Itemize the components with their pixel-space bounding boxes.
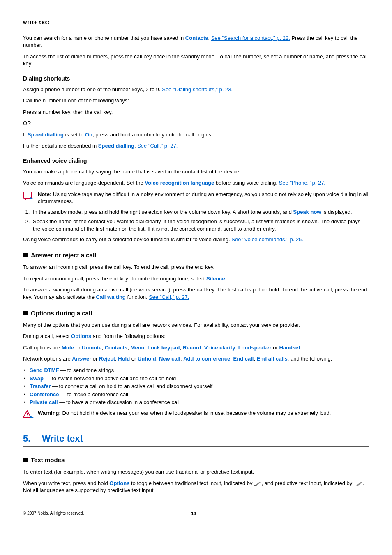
warning-block: Warning: Do not hold the device near you… xyxy=(23,409,369,421)
opt-send-dtmf: Send DTMF xyxy=(30,367,59,373)
opt-mute: Mute xyxy=(62,345,74,351)
list-item: Private call — to have a private discuss… xyxy=(23,399,369,406)
opt-conference: Conference xyxy=(30,391,59,398)
ui-term-speak-now: Speak now xyxy=(293,209,321,215)
warning-label: Warning: xyxy=(38,410,62,416)
opt-hold: Hold xyxy=(118,356,130,362)
svg-rect-0 xyxy=(23,192,32,198)
text: , press and hold a number key until the … xyxy=(92,132,213,138)
text: In the standby mode, press and hold the … xyxy=(33,209,293,215)
link-phone-27[interactable]: See "Phone," p. 27. xyxy=(279,180,325,186)
heading-answer-reject: Answer or reject a call xyxy=(23,251,369,259)
ui-term-options: Options xyxy=(71,333,91,339)
opt-endcall: End call xyxy=(233,356,254,362)
text: Network options are xyxy=(23,356,72,362)
text: , and predictive text input, indicated b… xyxy=(261,480,354,486)
text: When you write text, press and hold xyxy=(23,480,109,486)
opt-loud: Loudspeaker xyxy=(238,345,272,351)
p-call-options: Call options are Mute or Unmute, Contact… xyxy=(23,344,369,352)
link-call-27[interactable]: See "Call," p. 27. xyxy=(137,143,178,149)
chapter-number: 5. xyxy=(23,432,42,445)
opt-swap: Swap xyxy=(30,375,44,382)
text: is set to xyxy=(64,132,85,138)
svg-marker-9 xyxy=(356,482,362,486)
text: or xyxy=(74,345,82,351)
voice-steps-list: In the standby mode, press and hold the … xyxy=(23,208,369,233)
opt-handset: Handset xyxy=(279,345,300,351)
link-voice-commands[interactable]: See "Voice commands," p. 25. xyxy=(231,236,303,243)
text: — to connect a call on hold to an active… xyxy=(51,383,212,389)
link-call-27-b[interactable]: See "Call," p. 27. xyxy=(149,294,189,300)
text: or xyxy=(91,356,99,362)
text: before using voice dialing. xyxy=(214,180,279,186)
heading-text: Answer or reject a call xyxy=(31,252,96,259)
p-select-options: During a call, select Options and from t… xyxy=(23,333,369,340)
page-number: 13 xyxy=(191,511,196,517)
p-enter-text: To enter text (for example, when writing… xyxy=(23,468,369,476)
footer-spacer xyxy=(303,511,369,517)
p-voice-commands: Using voice commands to carry out a sele… xyxy=(23,236,369,243)
chapter-heading: 5. Write text xyxy=(23,432,369,445)
heading-options-call: Options during a call xyxy=(23,309,369,317)
list-item: Transfer — to connect a call on hold to … xyxy=(23,383,369,390)
opt-record: Record xyxy=(183,345,201,351)
pencil-line-icon xyxy=(354,481,363,486)
text: Voice commands are language-dependent. S… xyxy=(23,180,145,186)
text: . xyxy=(225,275,227,282)
square-bullet-icon xyxy=(23,311,28,315)
text: During a call, select xyxy=(23,333,71,339)
heading-enhanced-voice: Enhanced voice dialing xyxy=(23,157,369,165)
note-body: Using voice tags may be difficult in a n… xyxy=(38,191,369,205)
text: — to make a conference call xyxy=(59,391,128,398)
text: To reject an incoming call, press the en… xyxy=(23,275,206,282)
ui-term-speed-dialling-2: Speed dialling xyxy=(98,143,134,149)
opt-reject: Reject xyxy=(99,356,115,362)
p-options-note: Many of the options that you can use dur… xyxy=(23,321,369,329)
text: function. xyxy=(126,294,149,300)
p-further-details: Further details are described in Speed d… xyxy=(23,142,369,150)
text: — to switch between the active call and … xyxy=(44,375,176,382)
text: You can search for a name or phone numbe… xyxy=(23,35,185,41)
text: or xyxy=(130,356,138,362)
link-search-contact[interactable]: See "Search for a contact," p. 22. xyxy=(211,35,290,41)
ui-term-speed-dialling: Speed dialling xyxy=(28,132,64,138)
opt-unmute: Unmute xyxy=(82,345,101,351)
opt-lock: Lock keypad xyxy=(148,345,180,351)
running-header: Write text xyxy=(23,20,369,25)
note-text: Note: Using voice tags may be difficult … xyxy=(38,191,369,205)
list-item: Swap — to switch between the active call… xyxy=(23,375,369,382)
warning-text: Warning: Do not hold the device near you… xyxy=(38,409,369,417)
opt-contacts: Contacts xyxy=(105,345,128,351)
text: or xyxy=(272,345,279,351)
p-call-ways: Call the number in one of the following … xyxy=(23,97,369,104)
text: Call options are xyxy=(23,345,62,351)
p-assign-number: Assign a phone number to one of the numb… xyxy=(23,86,369,93)
list-item: Conference — to make a conference call xyxy=(23,391,369,398)
p-speed-dialling: If Speed dialling is set to On, press an… xyxy=(23,131,369,139)
text: . xyxy=(208,35,211,41)
ui-term-on: On xyxy=(85,132,92,138)
heading-text-modes: Text modes xyxy=(23,456,369,464)
text: to toggle between traditional text input… xyxy=(129,480,254,486)
heading-dialing-shortcuts: Dialing shortcuts xyxy=(23,75,369,83)
svg-marker-5 xyxy=(30,416,34,418)
link-dialing-shortcuts[interactable]: See "Dialing shortcuts," p. 23. xyxy=(162,86,233,92)
text: . xyxy=(300,345,302,351)
opt-answer: Answer xyxy=(72,356,91,362)
opt-transfer: Transfer xyxy=(30,383,51,389)
opt-clarity: Voice clarity xyxy=(204,345,235,351)
opt-newcall: New call xyxy=(159,356,180,362)
note-block: Note: Using voice tags may be difficult … xyxy=(23,191,369,205)
text: — to have a private discussion in a conf… xyxy=(58,399,180,405)
step-2: Speak the name of the contact you want t… xyxy=(31,218,369,232)
svg-point-4 xyxy=(27,416,28,416)
p-or: OR xyxy=(23,120,369,127)
chapter-title: Write text xyxy=(42,432,83,445)
warning-body: Do not hold the device near your ear whe… xyxy=(62,410,331,416)
copyright-text: © 2007 Nokia. All rights reserved. xyxy=(23,511,84,517)
p-voice-lang: Voice commands are language-dependent. S… xyxy=(23,179,369,187)
step-1: In the standby mode, press and hold the … xyxy=(31,208,369,216)
ui-term-contacts: Contacts xyxy=(185,35,208,41)
p-dialed-list: To access the list of dialed numbers, pr… xyxy=(23,53,369,67)
opt-endall: End all calls xyxy=(257,356,288,362)
